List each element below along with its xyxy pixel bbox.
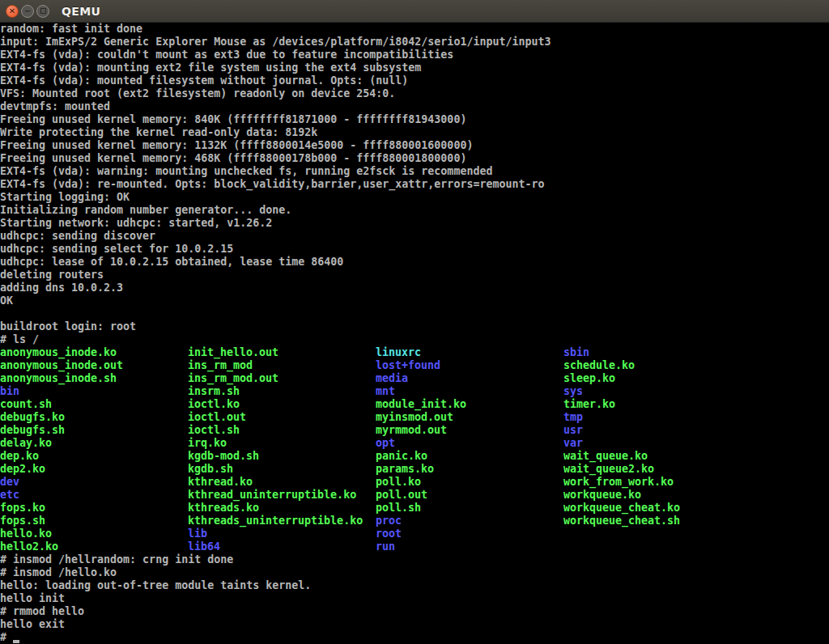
terminal-line: # xyxy=(0,631,829,644)
ls-entry: kthreads.ko xyxy=(188,502,259,515)
ls-entry: debugfs.sh xyxy=(0,424,65,437)
terminal-text: Write protecting the kernel read-only da… xyxy=(0,126,317,139)
terminal-line: EXT4-fs (vda): re-mounted. Opts: block_v… xyxy=(0,178,829,191)
ls-entry: ins_rm_mod xyxy=(188,359,253,372)
close-button[interactable]: ✕ xyxy=(6,5,19,18)
ls-entry: lib64 xyxy=(188,540,220,553)
ls-entry: init_hello.out xyxy=(188,346,278,359)
ls-entry: irq.ko xyxy=(188,437,227,450)
terminal-text: adding dns 10.0.2.3 xyxy=(0,282,123,294)
terminal-line: random: fast init done xyxy=(0,23,829,36)
ls-entry: workqueue_cheat.ko xyxy=(563,502,680,515)
ls-entry: tmp xyxy=(563,411,583,424)
ls-entry: sbin xyxy=(563,346,589,359)
terminal-text: # insmod /hello.ko xyxy=(0,566,117,579)
ls-entry: anonymous_inode.ko xyxy=(0,346,117,359)
terminal-text: # xyxy=(0,631,13,644)
ls-entry: myrmmod.out xyxy=(376,424,447,437)
ls-entry: timer.ko xyxy=(563,398,615,411)
terminal-line: deleting routers xyxy=(0,269,829,282)
ls-entry: module_init.ko xyxy=(376,398,466,411)
ls-entry: poll.ko xyxy=(376,476,421,489)
ls-entry: work_from_work.ko xyxy=(563,476,674,489)
ls-entry: lib xyxy=(188,527,207,540)
ls-entry: etc xyxy=(0,489,19,502)
ls-entry: kgdb.sh xyxy=(188,463,233,476)
minimize-button[interactable]: − xyxy=(21,5,34,18)
terminal-text: Freeing unused kernel memory: 840K (ffff… xyxy=(0,113,466,126)
terminal-text: devtmpfs: mounted xyxy=(0,100,110,113)
terminal-line: Write protecting the kernel read-only da… xyxy=(0,126,829,139)
terminal-line: devkthread.kopoll.kowork_from_work.ko xyxy=(0,476,829,489)
terminal-text: EXT4-fs (vda): mounted filesystem withou… xyxy=(0,74,408,87)
terminal-line: devtmpfs: mounted xyxy=(0,100,829,113)
maximize-button[interactable] xyxy=(36,5,49,18)
ls-entry: ioctl.ko xyxy=(188,398,240,411)
terminal-text: # ls / xyxy=(0,333,39,346)
ls-entry: run xyxy=(376,540,395,553)
terminal-line: Freeing unused kernel memory: 1132K (fff… xyxy=(0,139,829,152)
ls-entry: var xyxy=(563,437,583,450)
ls-entry: workqueue_cheat.sh xyxy=(563,515,680,527)
terminal-text: deleting routers xyxy=(0,269,104,282)
terminal-line: udhcpc: lease of 10.0.2.15 obtained, lea… xyxy=(0,256,829,269)
terminal-text: Starting network: udhcpc: started, v1.26… xyxy=(0,217,272,230)
terminal-line: hello: loading out-of-tree module taints… xyxy=(0,579,829,592)
ls-entry: poll.out xyxy=(376,489,427,502)
terminal-line: EXT4-fs (vda): mounted filesystem withou… xyxy=(0,74,829,87)
ls-entry: sleep.ko xyxy=(563,372,615,385)
terminal-text: # insmod /hellrandom: crng init done xyxy=(0,553,233,566)
ls-entry: debugfs.ko xyxy=(0,411,65,424)
ls-entry: hello2.ko xyxy=(0,540,58,553)
terminal-line: EXT4-fs (vda): mounting ext2 file system… xyxy=(0,61,829,74)
ls-entry: poll.sh xyxy=(376,502,421,515)
terminal-text: EXT4-fs (vda): mounting ext2 file system… xyxy=(0,61,421,74)
terminal-line: # ls / xyxy=(0,333,829,346)
terminal-text: Freeing unused kernel memory: 1132K (fff… xyxy=(0,139,473,152)
terminal-cursor[interactable] xyxy=(13,640,19,643)
terminal-text: EXT4-fs (vda): warning: mounting uncheck… xyxy=(0,165,492,178)
terminal-line: Freeing unused kernel memory: 468K (ffff… xyxy=(0,152,829,165)
terminal-text: EXT4-fs (vda): re-mounted. Opts: block_v… xyxy=(0,178,544,191)
terminal-text: EXT4-fs (vda): couldn't mount as ext3 du… xyxy=(0,49,453,61)
ls-entry: root xyxy=(376,527,402,540)
terminal-line: hello2.kolib64run xyxy=(0,540,829,553)
ls-entry: wait_queue2.ko xyxy=(563,463,654,476)
terminal-line: anonymous_inode.shins_rm_mod.outmediasle… xyxy=(0,372,829,385)
terminal-text: Initializing random number generator... … xyxy=(0,204,291,217)
ls-entry: dep.ko xyxy=(0,450,39,463)
terminal-screen[interactable]: random: fast init doneinput: ImExPS/2 Ge… xyxy=(0,23,829,644)
terminal-line: fops.kokthreads.kopoll.shworkqueue_cheat… xyxy=(0,502,829,515)
ls-entry: proc xyxy=(376,515,402,527)
ls-entry: schedule.ko xyxy=(563,359,635,372)
terminal-line: input: ImExPS/2 Generic Explorer Mouse a… xyxy=(0,36,829,49)
ls-entry: delay.ko xyxy=(0,437,52,450)
ls-entry: myinsmod.out xyxy=(376,411,453,424)
terminal-line: EXT4-fs (vda): couldn't mount as ext3 du… xyxy=(0,49,829,61)
terminal-line xyxy=(0,307,829,320)
terminal-line: bininsrm.shmntsys xyxy=(0,385,829,398)
terminal-text: udhcpc: lease of 10.0.2.15 obtained, lea… xyxy=(0,256,343,269)
ls-entry: kthreads_uninterruptible.ko xyxy=(188,515,363,527)
ls-entry: anonymous_inode.out xyxy=(0,359,123,372)
ls-entry: wait_queue.ko xyxy=(563,450,648,463)
terminal-text: Freeing unused kernel memory: 468K (ffff… xyxy=(0,152,466,165)
terminal-line: dep.kokgdb-mod.shpanic.kowait_queue.ko xyxy=(0,450,829,463)
ls-entry: kthread_uninterruptible.ko xyxy=(188,489,356,502)
close-icon: ✕ xyxy=(9,7,15,15)
ls-entry: kgdb-mod.sh xyxy=(188,450,259,463)
terminal-line: hello exit xyxy=(0,618,829,631)
maximize-icon xyxy=(40,8,46,14)
window-title: QEMU xyxy=(62,5,100,18)
terminal-line: Initializing random number generator... … xyxy=(0,204,829,217)
terminal-line: anonymous_inode.koinit_hello.outlinuxrcs… xyxy=(0,346,829,359)
terminal-line: # rmmod hello xyxy=(0,605,829,618)
terminal-line: hello init xyxy=(0,592,829,605)
terminal-line: count.shioctl.komodule_init.kotimer.ko xyxy=(0,398,829,411)
terminal-line: # insmod /hello.ko xyxy=(0,566,829,579)
terminal-line: Starting logging: OK xyxy=(0,191,829,204)
terminal-text: random: fast init done xyxy=(0,23,142,36)
terminal-text: Starting logging: OK xyxy=(0,191,130,204)
terminal-line: etckthread_uninterruptible.kopoll.outwor… xyxy=(0,489,829,502)
terminal-text: udhcpc: sending select for 10.0.2.15 xyxy=(0,243,233,256)
